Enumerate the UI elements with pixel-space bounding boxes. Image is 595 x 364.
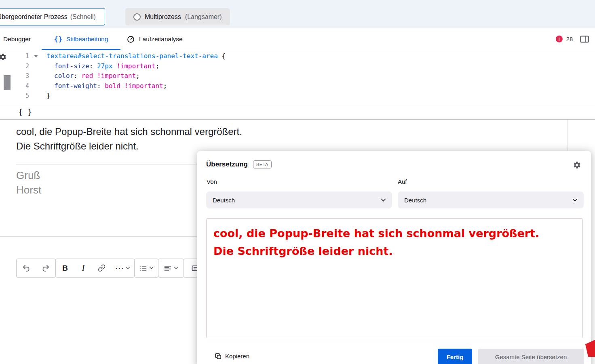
error-badge-icon[interactable]: ! bbox=[556, 36, 563, 42]
style-editor-braces-icon: {} bbox=[54, 35, 63, 43]
code-line: 2 font-size: 27px !important; bbox=[0, 61, 226, 72]
signature-name: Horst bbox=[16, 184, 41, 196]
translate-full-page-button[interactable]: Gesamte Seite übersetzen bbox=[478, 349, 584, 364]
more-dots-icon: ⋯ bbox=[115, 266, 124, 270]
tab-performance-label: Laufzeitanalyse bbox=[139, 36, 183, 43]
redo-icon bbox=[42, 264, 50, 272]
from-language-select[interactable]: Deutsch bbox=[206, 191, 392, 208]
to-language-label: Auf bbox=[398, 178, 407, 185]
tabbar-right-controls: ! 28 bbox=[556, 28, 589, 50]
css-source-editor[interactable]: 1 textarea#select-translations-panel-tex… bbox=[0, 51, 226, 101]
to-language-select[interactable]: Deutsch bbox=[398, 191, 584, 208]
list-group bbox=[134, 259, 158, 278]
bullet-list-icon bbox=[139, 264, 147, 272]
popup-title: Übersetzung bbox=[206, 160, 248, 168]
radio-icon[interactable] bbox=[133, 13, 141, 21]
link-icon bbox=[98, 264, 105, 272]
code-text: textarea#select-translations-panel-text-… bbox=[46, 51, 226, 61]
format-group: B I ⋯ bbox=[55, 259, 135, 278]
parent-process-option[interactable]: übergeordneter Prozess (Schnell) bbox=[0, 8, 105, 25]
message-text-line1: cool, die Popup-Breite hat sich schonmal… bbox=[16, 126, 242, 137]
code-text: font-weight: bold !important; bbox=[46, 81, 167, 91]
copy-button-label: Kopieren bbox=[225, 353, 249, 360]
line-number: 4 bbox=[0, 81, 29, 91]
undo-redo-group bbox=[16, 259, 56, 278]
code-line: 5 } bbox=[0, 91, 226, 101]
italic-button[interactable]: I bbox=[74, 259, 92, 277]
more-formatting-button[interactable]: ⋯ bbox=[111, 259, 134, 277]
tab-style-editor[interactable]: {} Stilbearbeitung bbox=[42, 28, 120, 50]
line-number: 1 bbox=[0, 51, 29, 61]
style-editor-footer: { } bbox=[0, 106, 595, 119]
line-number: 3 bbox=[0, 71, 29, 81]
multiprocess-hint: (Langsamer) bbox=[185, 13, 222, 21]
at-rules-braces: { } bbox=[18, 107, 32, 116]
split-panel-icon[interactable] bbox=[580, 35, 589, 43]
list-button[interactable] bbox=[135, 259, 158, 277]
from-language-value: Deutsch bbox=[213, 197, 235, 204]
copy-icon bbox=[215, 353, 222, 360]
firefox-devtools-window: übergeordneter Prozess (Schnell) Multipr… bbox=[0, 0, 595, 364]
popup-header: Übersetzung BETA bbox=[206, 160, 272, 168]
gutter-spacer bbox=[29, 61, 46, 72]
beta-badge: BETA bbox=[253, 160, 272, 168]
code-text: font-size: 27px !important; bbox=[46, 61, 159, 72]
link-button[interactable] bbox=[92, 259, 111, 277]
signature-greeting: Gruß bbox=[16, 169, 40, 182]
message-text-line2: Die Schriftgröße leider nicht. bbox=[16, 141, 139, 152]
translation-settings-gear-icon[interactable] bbox=[573, 161, 581, 169]
align-group bbox=[158, 259, 184, 278]
gutter-spacer bbox=[29, 81, 46, 91]
code-line: 3 color: red !important; bbox=[0, 71, 226, 81]
speedometer-icon bbox=[127, 35, 135, 43]
error-count: 28 bbox=[566, 36, 573, 42]
tab-debugger[interactable]: Debugger bbox=[3, 28, 31, 50]
style-editor-code-area: 1 textarea#select-translations-panel-tex… bbox=[0, 50, 595, 106]
gutter-spacer bbox=[29, 91, 46, 101]
undo-icon bbox=[22, 264, 30, 272]
devtools-tabbar: Debugger {} Stilbearbeitung Laufzeitanal… bbox=[0, 28, 595, 50]
bold-button[interactable]: B bbox=[56, 259, 74, 277]
chevron-down-icon bbox=[126, 267, 130, 269]
tab-style-editor-label: Stilbearbeitung bbox=[66, 36, 108, 43]
fold-arrow-icon bbox=[34, 55, 38, 57]
chevron-down-icon bbox=[149, 267, 154, 269]
tab-debugger-label: Debugger bbox=[3, 36, 31, 43]
multiprocess-label: Multiprozess bbox=[145, 13, 181, 21]
tab-performance[interactable]: Laufzeitanalyse bbox=[127, 28, 183, 50]
parent-process-label: übergeordneter Prozess bbox=[0, 13, 68, 21]
chevron-down-icon bbox=[572, 198, 578, 202]
error-badge-glyph: ! bbox=[559, 37, 560, 42]
to-language-value: Deutsch bbox=[404, 197, 426, 204]
partial-red-logo bbox=[585, 340, 595, 357]
line-number: 5 bbox=[0, 91, 29, 101]
copy-button[interactable]: Kopieren bbox=[215, 353, 249, 360]
active-tab-underline bbox=[42, 49, 120, 50]
composer-toolbar: B I ⋯ bbox=[16, 259, 207, 278]
translation-source-textarea[interactable]: cool, die Popup-Breite hat sich schonmal… bbox=[206, 218, 583, 338]
align-left-icon bbox=[164, 264, 172, 272]
line-number: 2 bbox=[0, 61, 29, 72]
code-text: color: red !important; bbox=[46, 71, 140, 81]
multiprocess-option[interactable]: Multiprozess (Langsamer) bbox=[125, 8, 230, 25]
code-line: 4 font-weight: bold !important; bbox=[0, 81, 226, 91]
process-selector-bar: übergeordneter Prozess (Schnell) Multipr… bbox=[0, 0, 595, 28]
code-text: } bbox=[46, 91, 51, 101]
chevron-down-icon bbox=[174, 267, 178, 269]
code-line: 1 textarea#select-translations-panel-tex… bbox=[0, 51, 226, 61]
undo-button[interactable] bbox=[17, 259, 36, 277]
parent-process-hint: (Schnell) bbox=[70, 13, 96, 21]
redo-button[interactable] bbox=[36, 259, 55, 277]
code-fold-toggle[interactable] bbox=[29, 51, 46, 61]
translation-popup: Übersetzung BETA Von Auf Deutsch Deutsch… bbox=[197, 151, 591, 364]
from-language-label: Von bbox=[207, 178, 217, 185]
gutter-spacer bbox=[29, 71, 46, 81]
align-button[interactable] bbox=[158, 259, 184, 277]
devtools-page-divider bbox=[0, 119, 595, 120]
chevron-down-icon bbox=[381, 198, 386, 202]
done-button[interactable]: Fertig bbox=[438, 349, 472, 364]
